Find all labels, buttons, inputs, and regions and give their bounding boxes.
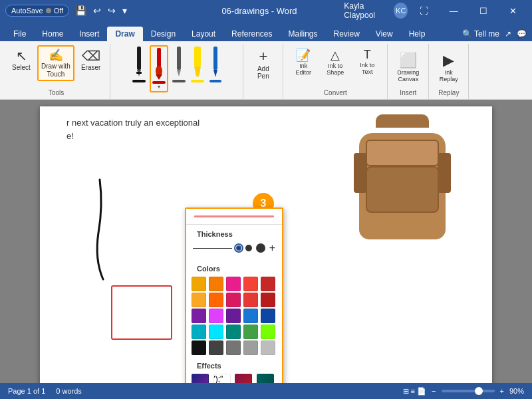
color-swatch-red4[interactable]	[261, 293, 275, 307]
color-swatch-orange2[interactable]	[209, 277, 223, 291]
color-swatch-black[interactable]	[192, 340, 206, 355]
pen-tool-yellow[interactable]	[190, 45, 205, 84]
pen-tool-black[interactable]	[131, 45, 147, 84]
svg-marker-9	[194, 66, 201, 76]
thickness-dot-3[interactable]	[256, 243, 265, 253]
effect-swatch-galaxy[interactable]	[192, 374, 209, 383]
doc-text-content: r next vacation truly an exceptional	[66, 118, 200, 128]
ink-to-shape-button[interactable]: △ Ink toShape	[321, 45, 350, 89]
ribbon-toggle-button[interactable]: ⛶	[410, 0, 438, 21]
ribbon-group-tools: ↖ Select ✍️ Draw withTouch ⌫ Eraser Tool…	[3, 44, 110, 99]
color-swatch-purple1[interactable]	[192, 309, 206, 323]
tab-file[interactable]: File	[5, 27, 34, 41]
insert-label: Insert	[400, 89, 416, 98]
maximize-button[interactable]: ☐	[470, 0, 497, 21]
backpack-body	[359, 133, 446, 239]
draw-touch-icon: ✍️	[49, 48, 63, 63]
tab-draw[interactable]: Draw	[107, 27, 142, 41]
ribbon-group-pens: ▾	[110, 44, 243, 99]
color-swatch-red1[interactable]	[243, 277, 258, 291]
tab-help[interactable]: Help	[401, 27, 434, 41]
ink-to-text-button[interactable]: T Ink toText	[352, 45, 382, 89]
color-swatch-gray[interactable]	[226, 340, 241, 355]
ink-editor-button[interactable]: 📝 InkEditor	[289, 45, 318, 89]
comments-button[interactable]: 💬	[517, 29, 527, 39]
thickness-dot-2[interactable]	[245, 245, 252, 251]
draw-with-touch-button[interactable]: ✍️ Draw withTouch	[37, 45, 74, 81]
pen-tool-blue[interactable]	[208, 45, 223, 84]
zoom-level: 90%	[509, 387, 524, 395]
ink-to-text-label: Ink toText	[360, 62, 374, 75]
effects-section: Effects ');" data-name="effect-swatch-sp…	[186, 358, 282, 383]
autosave-toggle[interactable]: AutoSave Off	[5, 5, 69, 17]
svg-marker-7	[177, 70, 181, 76]
color-swatch-green2[interactable]	[261, 325, 275, 339]
ink-editor-icon: 📝	[296, 48, 311, 63]
colors-title: Colors	[192, 262, 277, 274]
tab-layout[interactable]: Layout	[184, 27, 223, 41]
ink-replay-button[interactable]: ▶ InkReplay	[436, 49, 462, 85]
user-avatar[interactable]: KC	[394, 3, 408, 19]
tab-insert[interactable]: Insert	[71, 27, 107, 41]
convert-label: Convert	[324, 89, 347, 98]
effect-swatch-dark-red[interactable]	[235, 374, 252, 383]
titlebar-right: Kayla Claypool KC ⛶ — ☐ ✕	[344, 0, 527, 21]
qat-dropdown[interactable]: ▾	[120, 4, 129, 17]
tab-review[interactable]: Review	[326, 27, 368, 41]
color-swatch-darkgray[interactable]	[209, 340, 223, 355]
share-button[interactable]: ↗	[505, 29, 511, 39]
minimize-button[interactable]: —	[440, 0, 467, 21]
color-swatch-pink1[interactable]	[226, 277, 241, 291]
select-button[interactable]: ↖ Select	[8, 45, 35, 74]
pen-tool-gray[interactable]	[171, 45, 187, 84]
zoom-minus-button[interactable]: −	[432, 387, 436, 395]
color-swatch-lightgray[interactable]	[243, 340, 258, 355]
pens-row: ▾	[131, 45, 223, 98]
drawing-canvas-items: ⬜ DrawingCanvas	[393, 45, 423, 89]
eraser-button[interactable]: ⌫ Eraser	[77, 45, 104, 74]
autosave-off-label: Off	[54, 7, 63, 15]
tab-home[interactable]: Home	[34, 27, 71, 41]
drawing-canvas-button[interactable]: ⬜ DrawingCanvas	[393, 49, 423, 85]
svg-marker-11	[213, 70, 217, 77]
color-swatch-blue2[interactable]	[261, 309, 275, 323]
thickness-dot-1[interactable]	[236, 245, 241, 251]
color-swatch-blue1[interactable]	[243, 309, 258, 323]
thickness-plus-button[interactable]: +	[269, 242, 275, 254]
add-pen-items: + Add Pen	[250, 45, 277, 96]
zoom-slider[interactable]	[442, 390, 495, 392]
pen-icon-blue	[209, 47, 221, 80]
color-swatch-green1[interactable]	[243, 325, 258, 339]
pen-color-bar-black	[132, 80, 146, 82]
color-swatch-cyan2[interactable]	[209, 325, 223, 339]
thickness-dots: +	[192, 239, 277, 257]
color-swatch-purple3[interactable]	[226, 309, 241, 323]
color-swatch-red3[interactable]	[243, 293, 258, 307]
tab-design[interactable]: Design	[143, 27, 184, 41]
search-box[interactable]: 🔍 Tell me	[462, 29, 499, 39]
color-swatch-red2[interactable]	[261, 277, 275, 291]
color-swatch-cyan1[interactable]	[192, 325, 206, 339]
color-swatch-silver[interactable]	[261, 340, 275, 355]
close-button[interactable]: ✕	[499, 0, 527, 21]
tab-mailings[interactable]: Mailings	[280, 27, 325, 41]
tab-view[interactable]: View	[368, 27, 401, 41]
tab-references[interactable]: References	[223, 27, 280, 41]
color-swatch-yellow1[interactable]	[192, 293, 206, 307]
undo-button[interactable]: ↩	[91, 4, 103, 17]
color-swatch-pink2[interactable]	[226, 293, 241, 307]
color-swatch-teal1[interactable]	[226, 325, 241, 339]
color-swatch-orange3[interactable]	[209, 293, 223, 307]
add-pen-button[interactable]: + Add Pen	[250, 45, 277, 82]
color-swatch-orange1[interactable]	[192, 277, 206, 291]
color-swatch-purple2[interactable]	[209, 309, 223, 323]
zoom-plus-button[interactable]: +	[500, 387, 504, 395]
svg-rect-10	[213, 47, 217, 70]
ribbon-content: ↖ Select ✍️ Draw withTouch ⌫ Eraser Tool…	[0, 41, 532, 100]
svg-marker-5	[156, 74, 162, 80]
effect-swatch-dark-teal[interactable]	[257, 374, 274, 383]
pen-tool-red[interactable]: ▾	[150, 45, 168, 92]
save-button[interactable]: 💾	[73, 4, 88, 17]
quick-access-toolbar: 💾 ↩ ↪ ▾	[73, 4, 129, 17]
redo-button[interactable]: ↪	[106, 4, 118, 17]
